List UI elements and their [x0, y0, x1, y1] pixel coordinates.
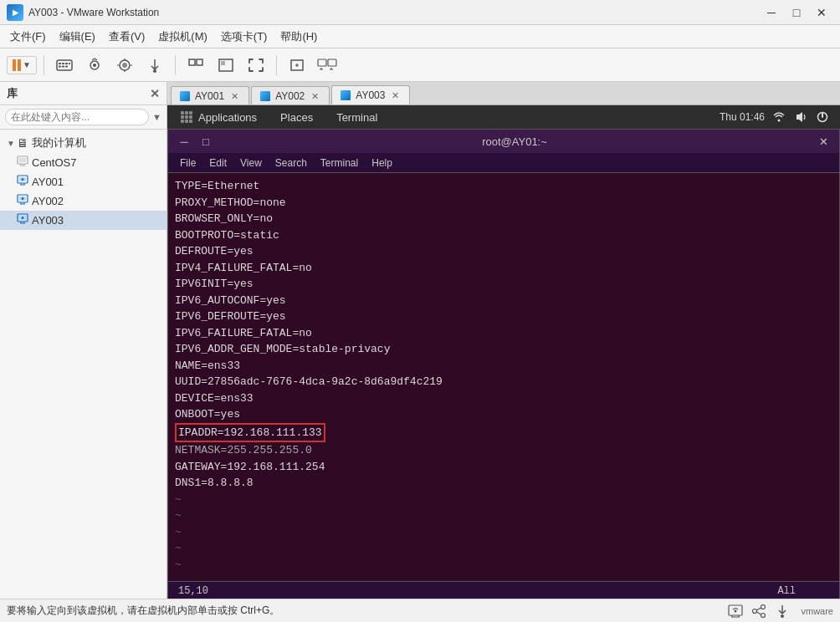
guest-sound-icon[interactable] [793, 110, 808, 125]
svg-rect-2 [62, 63, 64, 64]
tree-label-centos7: CentOS7 [32, 156, 76, 169]
tree-item-centos7[interactable]: CentOS7 [0, 153, 166, 172]
tab-close-ay002[interactable]: ✕ [310, 91, 320, 102]
term-line-4: DEFROUTE=yes [175, 243, 832, 260]
term-menu-edit[interactable]: Edit [204, 156, 232, 171]
titlebar: ▶ AY003 - VMware Workstation ─ □ ✕ [0, 0, 840, 25]
menu-vm[interactable]: 虚拟机(M) [151, 27, 214, 47]
view-fullscreen-button[interactable] [243, 53, 269, 78]
tab-ay003[interactable]: AY003 ✕ [331, 85, 410, 105]
terminal-content[interactable]: TYPE=Ethernet PROXY_METHOD=none BROWSER_… [168, 173, 839, 581]
tab-ay002[interactable]: AY002 ✕ [251, 86, 330, 105]
tab-close-ay003[interactable]: ✕ [390, 90, 401, 101]
sidebar-header: 库 ✕ [0, 82, 166, 105]
statusbar-brand: vmware [801, 606, 833, 616]
terminal-status-all: All [777, 585, 796, 597]
statusbar-share-icon[interactable] [750, 604, 767, 619]
term-menu-terminal[interactable]: Terminal [315, 156, 363, 171]
tree-item-ay002[interactable]: AY002 [0, 191, 166, 211]
tree-item-mycomputer[interactable]: ▼ 🖥 我的计算机 [0, 133, 166, 153]
stretch-button[interactable] [284, 53, 310, 78]
tree-item-ay001[interactable]: AY001 [0, 172, 166, 191]
term-line-tilde-5: ~ [175, 557, 832, 574]
tab-ay001[interactable]: AY001 ✕ [171, 86, 249, 105]
svg-rect-18 [318, 59, 326, 66]
menu-edit[interactable]: 编辑(E) [53, 27, 102, 47]
svg-point-9 [93, 64, 96, 67]
terminal-close-button[interactable]: ✕ [814, 134, 832, 149]
term-line-tilde-3: ~ [175, 524, 832, 541]
maximize-button[interactable]: □ [785, 3, 808, 22]
statusbar-usb-icon[interactable] [774, 604, 791, 619]
svg-rect-16 [221, 61, 225, 65]
send-ctrlaltdel-button[interactable] [51, 53, 78, 78]
term-menu-help[interactable]: Help [366, 156, 397, 171]
terminal-menubar: File Edit View Search Terminal Help [168, 153, 839, 173]
guest-applications-menu[interactable]: Applications [177, 110, 260, 125]
record-button[interactable] [111, 53, 138, 78]
svg-rect-14 [197, 59, 202, 65]
tab-label-ay002: AY002 [275, 90, 305, 102]
term-line-ipaddr: IPADDR=192.168.111.133 [175, 423, 832, 443]
tree-expand-icon: ▼ [7, 139, 15, 148]
terminal-maximize-button[interactable]: □ [197, 134, 215, 149]
sidebar-search-input[interactable] [5, 109, 149, 125]
svg-point-40 [781, 614, 784, 618]
multimonitor-button[interactable] [314, 53, 341, 78]
term-menu-file[interactable]: File [175, 156, 201, 171]
guest-power-icon[interactable] [815, 110, 830, 125]
sidebar-title: 库 [7, 86, 18, 101]
usb-button[interactable] [141, 53, 168, 78]
tab-icon-ay001 [180, 91, 190, 101]
term-menu-view[interactable]: View [235, 156, 267, 171]
menu-tab[interactable]: 选项卡(T) [214, 27, 274, 47]
tab-close-ay001[interactable]: ✕ [229, 91, 240, 102]
close-button[interactable]: ✕ [810, 3, 833, 22]
svg-rect-21 [19, 158, 26, 162]
stretch-icon [289, 58, 305, 73]
menu-file[interactable]: 文件(F) [3, 27, 53, 47]
minimize-button[interactable]: ─ [760, 3, 783, 22]
menu-help[interactable]: 帮助(H) [274, 27, 324, 47]
pause-dropdown-arrow[interactable]: ▼ [23, 60, 31, 69]
view-normal-button[interactable] [182, 53, 209, 78]
term-line-10: IPV6_ADDR_GEN_MODE=stable-privacy [175, 341, 832, 358]
svg-point-34 [735, 609, 737, 612]
svg-rect-5 [62, 65, 64, 67]
guest-terminal-menu[interactable]: Terminal [333, 110, 381, 125]
tab-icon-ay002 [260, 91, 270, 101]
statusbar-network-icon[interactable] [727, 604, 744, 619]
vm-icon-centos7 [17, 156, 28, 170]
terminal-status-left: 15,10 [178, 585, 208, 597]
term-line-2: BROWSER_ONLY=no [175, 211, 832, 227]
search-dropdown-arrow[interactable]: ▼ [152, 112, 161, 122]
vm-icon-ay002 [17, 194, 28, 208]
tree-label-ay002: AY002 [32, 195, 64, 207]
tree-item-ay003[interactable]: AY003 [0, 211, 166, 230]
term-line-5: IPV4_FAILURE_FATAL=no [175, 260, 832, 277]
content-area: 库 ✕ ▼ ▼ 🖥 我的计算机 CentOS7 [0, 82, 840, 622]
guest-places-menu[interactable]: Places [277, 110, 316, 125]
term-line-6: IPV6INIT=yes [175, 276, 832, 293]
term-menu-search[interactable]: Search [270, 156, 312, 171]
pause-button[interactable]: ▼ [7, 56, 37, 74]
status-message: 要将输入定向到该虚拟机，请在虚拟机内部单击或按 Ctrl+G。 [7, 604, 279, 618]
terminal-minimize-button[interactable]: ─ [175, 134, 193, 149]
tree-label-ay001: AY001 [32, 176, 64, 188]
vm-display[interactable]: Applications Places Terminal Thu 01:46 [167, 105, 840, 622]
menu-view[interactable]: 查看(V) [102, 27, 151, 47]
tab-label-ay003: AY003 [356, 89, 385, 101]
vm-content: AY001 ✕ AY002 ✕ AY003 ✕ [167, 82, 840, 622]
terminal-window[interactable]: ─ □ root@AY01:~ ✕ File Edit View Search … [167, 129, 840, 600]
guest-network-icon[interactable] [771, 110, 786, 125]
term-line-dns: DNS1=8.8.8.8 [175, 475, 832, 492]
tabs-bar: AY001 ✕ AY002 ✕ AY003 ✕ [167, 82, 840, 105]
sidebar-close-icon[interactable]: ✕ [150, 87, 160, 100]
tree-label-mycomputer: 我的计算机 [32, 135, 86, 150]
term-line-0: TYPE=Ethernet [175, 178, 832, 195]
svg-point-31 [778, 120, 781, 122]
term-line-3: BOOTPROTO=static [175, 227, 832, 244]
term-line-tilde-2: ~ [175, 507, 832, 524]
snapshot-button[interactable] [81, 53, 108, 78]
view-unity-button[interactable] [213, 53, 239, 78]
